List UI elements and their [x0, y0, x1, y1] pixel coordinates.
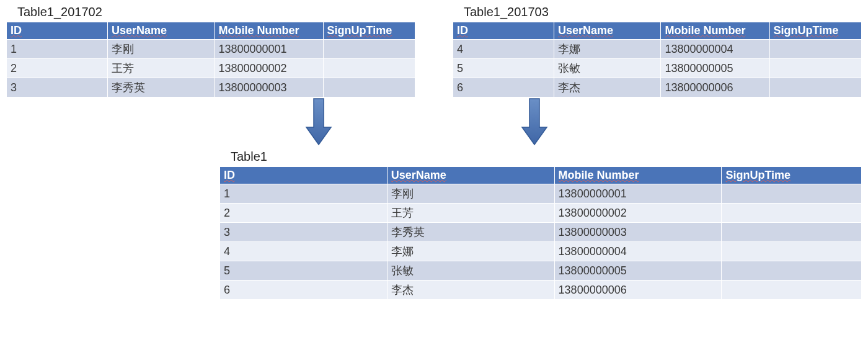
- cell-id: 4: [220, 242, 388, 261]
- table1-merged-block: Table1 ID UserName Mobile Number SignUpT…: [219, 150, 862, 300]
- cell-mobile: 13800000003: [215, 78, 323, 97]
- cell-mobile: 13800000001: [215, 40, 323, 59]
- table1-201703: ID UserName Mobile Number SignUpTime 4李娜…: [453, 22, 862, 97]
- cell-username: 李娜: [554, 40, 661, 59]
- cell-id: 1: [7, 40, 108, 59]
- cell-id: 3: [220, 223, 388, 242]
- table-row: 2王芳13800000002: [7, 59, 415, 78]
- cell-signuptime: [769, 59, 861, 78]
- cell-signuptime: [323, 40, 415, 59]
- table-row: 4李娜13800000004: [453, 40, 862, 59]
- cell-username: 李刚: [108, 40, 215, 59]
- cell-username: 李秀英: [108, 78, 215, 97]
- col-username: UserName: [387, 167, 554, 184]
- cell-signuptime: [722, 223, 862, 242]
- cell-username: 李娜: [387, 242, 554, 261]
- arrow-down-icon: [521, 97, 548, 149]
- cell-signuptime: [769, 78, 861, 97]
- cell-username: 王芳: [108, 59, 215, 78]
- cell-signuptime: [769, 40, 861, 59]
- col-mobile: Mobile Number: [554, 167, 722, 184]
- table1-merged-title: Table1: [231, 150, 862, 164]
- cell-signuptime: [722, 184, 862, 204]
- cell-username: 李杰: [554, 78, 661, 97]
- cell-username: 张敏: [554, 59, 661, 78]
- table-row: 5张敏13800000005: [453, 59, 862, 78]
- table-row: 1李刚13800000001: [220, 184, 862, 204]
- table-row: 3李秀英13800000003: [7, 78, 415, 97]
- arrow-down-icon: [305, 97, 332, 149]
- col-signuptime: SignUpTime: [769, 22, 861, 40]
- table-row: 1李刚13800000001: [7, 40, 415, 59]
- cell-mobile: 13800000001: [554, 184, 722, 204]
- cell-username: 王芳: [387, 204, 554, 223]
- col-username: UserName: [554, 22, 661, 40]
- table1-201702-block: Table1_201702 ID UserName Mobile Number …: [6, 5, 415, 97]
- table-row: 5张敏13800000005: [220, 261, 862, 281]
- cell-id: 3: [7, 78, 108, 97]
- cell-signuptime: [323, 78, 415, 97]
- cell-id: 1: [220, 184, 388, 204]
- cell-mobile: 13800000002: [554, 204, 722, 223]
- table-row: 4李娜13800000004: [220, 242, 862, 261]
- cell-mobile: 13800000003: [554, 223, 722, 242]
- cell-signuptime: [722, 261, 862, 281]
- cell-id: 4: [453, 40, 554, 59]
- cell-signuptime: [722, 281, 862, 300]
- cell-username: 李杰: [387, 281, 554, 300]
- cell-mobile: 13800000004: [554, 242, 722, 261]
- table-row: 3李秀英13800000003: [220, 223, 862, 242]
- table1-201703-block: Table1_201703 ID UserName Mobile Number …: [453, 5, 862, 97]
- cell-id: 2: [220, 204, 388, 223]
- cell-id: 2: [7, 59, 108, 78]
- col-mobile: Mobile Number: [215, 22, 323, 40]
- cell-mobile: 13800000002: [215, 59, 323, 78]
- table-row: 6李杰13800000006: [453, 78, 862, 97]
- col-mobile: Mobile Number: [661, 22, 769, 40]
- col-signuptime: SignUpTime: [323, 22, 415, 40]
- cell-signuptime: [323, 59, 415, 78]
- table1-201702: ID UserName Mobile Number SignUpTime 1李刚…: [6, 22, 415, 97]
- cell-username: 李刚: [387, 184, 554, 204]
- cell-id: 6: [453, 78, 554, 97]
- table1-merged: ID UserName Mobile Number SignUpTime 1李刚…: [219, 166, 862, 300]
- cell-mobile: 13800000006: [661, 78, 769, 97]
- col-id: ID: [7, 22, 108, 40]
- cell-mobile: 13800000004: [661, 40, 769, 59]
- cell-id: 5: [453, 59, 554, 78]
- col-id: ID: [220, 167, 388, 184]
- table1-201703-title: Table1_201703: [464, 5, 862, 19]
- col-username: UserName: [108, 22, 215, 40]
- cell-username: 李秀英: [387, 223, 554, 242]
- cell-mobile: 13800000005: [661, 59, 769, 78]
- cell-mobile: 13800000006: [554, 281, 722, 300]
- table-row: 2王芳13800000002: [220, 204, 862, 223]
- col-id: ID: [453, 22, 554, 40]
- cell-signuptime: [722, 242, 862, 261]
- cell-id: 6: [220, 281, 388, 300]
- table1-201702-title: Table1_201702: [17, 5, 415, 19]
- table-row: 6李杰13800000006: [220, 281, 862, 300]
- cell-signuptime: [722, 204, 862, 223]
- cell-id: 5: [220, 261, 388, 281]
- col-signuptime: SignUpTime: [722, 167, 862, 184]
- merge-arrows: [6, 97, 862, 147]
- cell-username: 张敏: [387, 261, 554, 281]
- cell-mobile: 13800000005: [554, 261, 722, 281]
